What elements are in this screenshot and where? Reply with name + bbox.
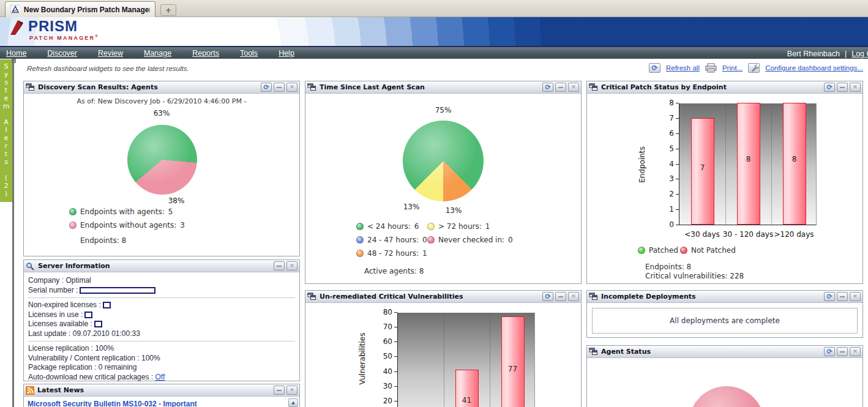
nav-item-manage[interactable]: Manage	[144, 49, 171, 58]
widget-minimize-button[interactable]	[274, 386, 285, 395]
refresh-all-icon[interactable]: ⟳	[649, 63, 660, 73]
log-off-link[interactable]: Log Off	[851, 50, 868, 58]
scroll-up-button[interactable]: ▲	[288, 398, 298, 407]
browser-tab[interactable]: New Boundary Prism Patch Manager ...	[5, 1, 155, 17]
panel-splitter[interactable]	[12, 59, 14, 407]
new-tab-button[interactable]: +	[160, 4, 176, 16]
widget-close-button[interactable]: ✕	[286, 83, 297, 92]
widget-header[interactable]: Incomplete Deployments ⟳ ✕	[587, 291, 862, 303]
y-tick-mark	[676, 133, 679, 134]
print-icon[interactable]	[705, 63, 717, 73]
y-tick-mark	[676, 103, 679, 103]
nav-item-tools[interactable]: Tools	[240, 49, 258, 58]
widget-refresh-button[interactable]: ⟳	[261, 83, 272, 92]
widget-minimize-button[interactable]	[274, 83, 285, 92]
news-headline-link[interactable]: Microsoft Security Bulletin MS10-032 - I…	[28, 400, 197, 407]
category-separator	[444, 313, 444, 407]
y-tick-label: 0	[669, 220, 674, 229]
configure-dashboard-icon[interactable]	[748, 63, 760, 73]
widget-close-button[interactable]: ✕	[850, 347, 861, 356]
widget-close-button[interactable]: ✕	[850, 83, 861, 92]
pie-percentage-label: 38%	[158, 196, 195, 205]
auto-download-toggle-link[interactable]: Off	[155, 373, 165, 381]
widget-title: Incomplete Deployments	[601, 293, 821, 301]
info-row: Last update : 09.07.2010 01:00:33	[28, 329, 295, 339]
legend-item: Endpoints without agents:3	[69, 221, 185, 230]
y-tick-label: 70	[383, 323, 392, 331]
nav-item-review[interactable]: Review	[98, 49, 123, 58]
widget-close-button[interactable]: ✕	[568, 83, 579, 92]
widget-minimize-button[interactable]	[555, 83, 566, 92]
nav-item-discover[interactable]: Discover	[47, 49, 77, 58]
refresh-all-link[interactable]: Refresh all	[666, 64, 700, 72]
widget-title: Agent Status	[601, 348, 821, 356]
widget-agent-status: Agent Status ⟳ ✕	[586, 345, 863, 407]
main-navigation: Home Discover Review Manage Reports Tool…	[0, 46, 868, 59]
system-alerts-panel[interactable]: S y s t e m A l e r t s ( 2 )	[0, 59, 12, 202]
nav-item-home[interactable]: Home	[6, 49, 26, 58]
widget-minimize-button[interactable]	[274, 261, 285, 271]
widget-header[interactable]: Discovery Scan Results: Agents ⟳ ✕	[24, 81, 299, 94]
widget-refresh-button[interactable]: ⟳	[542, 83, 553, 92]
y-tick-mark	[676, 225, 679, 225]
widget-header[interactable]: Un-remediated Critical Vulnerabilities ⟳…	[305, 291, 581, 303]
widget-close-button[interactable]: ✕	[568, 292, 579, 301]
y-tick-label: 6	[669, 129, 674, 138]
widget-minimize-button[interactable]	[837, 347, 848, 356]
widget-minimize-button[interactable]	[837, 292, 848, 301]
tab-title: New Boundary Prism Patch Manager ...	[24, 6, 150, 14]
widget-title: Critical Patch Status by Endpoint	[601, 83, 821, 91]
widget-refresh-button[interactable]: ⟳	[542, 292, 553, 301]
info-row: Package replication : 0 remaining	[28, 363, 295, 373]
widget-refresh-button[interactable]: ⟳	[824, 83, 835, 92]
widget-title: Un-remediated Critical Vulnerabilities	[320, 293, 539, 301]
info-row: Licenses available :	[28, 319, 295, 329]
widget-refresh-button[interactable]: ⟳	[824, 347, 835, 356]
bar	[501, 316, 525, 407]
widget-server-information: Server Information ✕ Company : Optimal S…	[23, 260, 300, 381]
widget-header[interactable]: Time Since Last Agent Scan ⟳ ✕	[305, 81, 581, 94]
widget-header[interactable]: Server Information ✕	[24, 260, 299, 272]
widget-header[interactable]: Critical Patch Status by Endpoint ⟳ ✕	[587, 81, 862, 94]
bar	[783, 103, 806, 225]
configure-dashboard-link[interactable]: Configure dashboard settings...	[765, 64, 863, 72]
widget-refresh-button[interactable]: ⟳	[824, 292, 835, 301]
y-tick-mark	[676, 179, 679, 179]
endpoints-total: Endpoints: 8	[80, 236, 126, 245]
legend-item: < 24 hours:6	[356, 222, 419, 231]
y-tick-label: 8	[669, 99, 674, 107]
widget-header[interactable]: Latest News ✕	[24, 384, 299, 397]
info-row: Licenses in use :	[28, 310, 295, 320]
chart-title: As of: New Discovery Job - 6/29/2010 4:4…	[24, 97, 299, 105]
bar-value-label: 7	[691, 163, 714, 172]
redacted-value	[94, 321, 102, 327]
agent-status-pie-chart	[689, 386, 765, 407]
widget-header[interactable]: Agent Status ⟳ ✕	[587, 346, 862, 358]
category-separator	[725, 103, 726, 225]
user-area: Bert Rheinbach | Log Off	[787, 47, 868, 60]
widget-minimize-button[interactable]	[837, 83, 848, 92]
nav-item-reports[interactable]: Reports	[192, 49, 219, 58]
legend-item: 24 - 47 hours:0	[356, 236, 427, 244]
y-tick-label: 50	[383, 352, 392, 360]
deployments-message-box: All deployments are complete	[592, 308, 858, 334]
widget-close-button[interactable]: ✕	[286, 386, 297, 395]
widget-close-button[interactable]: ✕	[850, 292, 861, 301]
endpoints-bar-chart: 012345678788	[679, 103, 817, 225]
widget-close-button[interactable]: ✕	[286, 261, 297, 271]
category-separator	[490, 313, 490, 407]
nav-item-help[interactable]: Help	[279, 49, 294, 58]
legend-bullet	[356, 236, 364, 244]
y-tick-mark	[676, 209, 679, 210]
info-row: License replication : 100%	[28, 344, 295, 354]
category-separator	[771, 103, 772, 225]
y-tick-mark	[394, 386, 397, 387]
y-axis-label: Endpoints	[638, 122, 646, 207]
y-tick-mark	[676, 194, 679, 195]
print-link[interactable]: Print...	[722, 64, 743, 72]
bar-value-label: 8	[783, 155, 806, 163]
widget-unremediated-critical-vulnerabilities: Un-remediated Critical Vulnerabilities ⟳…	[305, 290, 582, 407]
y-tick-mark	[676, 118, 679, 119]
y-tick-mark	[394, 312, 397, 313]
widget-minimize-button[interactable]	[555, 292, 566, 301]
